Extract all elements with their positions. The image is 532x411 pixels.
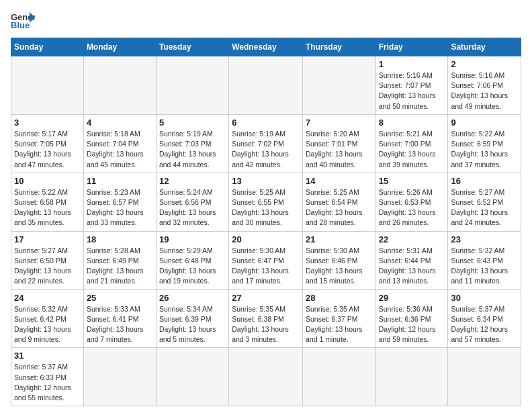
day-info: Sunrise: 5:30 AM Sunset: 6:46 PM Dayligh… <box>306 246 373 287</box>
day-number: 10 <box>14 176 81 186</box>
day-number: 4 <box>87 118 153 128</box>
day-cell: 3Sunrise: 5:17 AM Sunset: 7:05 PM Daylig… <box>11 114 84 173</box>
page-header: General Blue <box>11 11 521 30</box>
day-number: 25 <box>87 293 153 303</box>
day-cell: 20Sunrise: 5:30 AM Sunset: 6:47 PM Dayli… <box>229 231 303 289</box>
week-row-4: 17Sunrise: 5:27 AM Sunset: 6:50 PM Dayli… <box>11 231 521 289</box>
day-info: Sunrise: 5:35 AM Sunset: 6:38 PM Dayligh… <box>232 304 300 345</box>
day-info: Sunrise: 5:18 AM Sunset: 7:04 PM Dayligh… <box>87 129 153 170</box>
week-row-5: 24Sunrise: 5:32 AM Sunset: 6:42 PM Dayli… <box>11 289 521 348</box>
dow-header-monday: Monday <box>83 38 156 56</box>
day-info: Sunrise: 5:32 AM Sunset: 6:43 PM Dayligh… <box>451 246 518 287</box>
day-number: 19 <box>159 234 226 244</box>
day-number: 21 <box>306 234 373 244</box>
day-number: 24 <box>14 293 81 303</box>
day-cell: 15Sunrise: 5:26 AM Sunset: 6:53 PM Dayli… <box>375 173 448 231</box>
day-info: Sunrise: 5:26 AM Sunset: 6:53 PM Dayligh… <box>379 187 445 228</box>
day-cell: 13Sunrise: 5:25 AM Sunset: 6:55 PM Dayli… <box>229 173 303 231</box>
day-cell: 24Sunrise: 5:32 AM Sunset: 6:42 PM Dayli… <box>11 289 84 348</box>
day-info: Sunrise: 5:16 AM Sunset: 7:07 PM Dayligh… <box>379 71 445 111</box>
day-cell: 28Sunrise: 5:35 AM Sunset: 6:37 PM Dayli… <box>302 289 375 348</box>
week-row-3: 10Sunrise: 5:22 AM Sunset: 6:58 PM Dayli… <box>11 173 521 231</box>
day-info: Sunrise: 5:36 AM Sunset: 6:36 PM Dayligh… <box>379 304 445 345</box>
day-number: 30 <box>451 293 518 303</box>
day-number: 6 <box>232 118 300 128</box>
dow-header-tuesday: Tuesday <box>156 38 228 56</box>
day-info: Sunrise: 5:16 AM Sunset: 7:06 PM Dayligh… <box>451 71 518 111</box>
day-number: 9 <box>451 118 518 128</box>
calendar-body: 1Sunrise: 5:16 AM Sunset: 7:07 PM Daylig… <box>11 56 521 406</box>
day-number: 16 <box>451 176 518 186</box>
day-number: 27 <box>232 293 300 303</box>
day-cell: 1Sunrise: 5:16 AM Sunset: 7:07 PM Daylig… <box>375 56 448 115</box>
day-info: Sunrise: 5:22 AM Sunset: 6:58 PM Dayligh… <box>14 187 81 228</box>
day-info: Sunrise: 5:21 AM Sunset: 7:00 PM Dayligh… <box>379 129 445 170</box>
dow-header-sunday: Sunday <box>11 38 84 56</box>
day-cell: 17Sunrise: 5:27 AM Sunset: 6:50 PM Dayli… <box>11 231 84 289</box>
dow-header-thursday: Thursday <box>302 38 375 56</box>
day-cell: 11Sunrise: 5:23 AM Sunset: 6:57 PM Dayli… <box>83 173 156 231</box>
day-cell: 22Sunrise: 5:31 AM Sunset: 6:44 PM Dayli… <box>375 231 448 289</box>
day-cell: 31Sunrise: 5:37 AM Sunset: 6:33 PM Dayli… <box>11 348 84 406</box>
day-cell <box>156 56 228 115</box>
day-cell <box>229 348 303 406</box>
day-number: 17 <box>14 234 81 244</box>
day-cell: 10Sunrise: 5:22 AM Sunset: 6:58 PM Dayli… <box>11 173 84 231</box>
day-info: Sunrise: 5:34 AM Sunset: 6:39 PM Dayligh… <box>159 304 226 345</box>
day-cell <box>229 56 303 115</box>
day-cell <box>375 348 448 406</box>
day-cell: 9Sunrise: 5:22 AM Sunset: 6:59 PM Daylig… <box>448 114 521 173</box>
day-cell: 18Sunrise: 5:28 AM Sunset: 6:49 PM Dayli… <box>83 231 156 289</box>
day-cell: 19Sunrise: 5:29 AM Sunset: 6:48 PM Dayli… <box>156 231 228 289</box>
day-number: 26 <box>159 293 226 303</box>
logo-icon: General Blue <box>11 11 35 30</box>
day-number: 28 <box>306 293 373 303</box>
day-cell: 2Sunrise: 5:16 AM Sunset: 7:06 PM Daylig… <box>448 56 521 115</box>
day-number: 11 <box>87 176 153 186</box>
day-info: Sunrise: 5:37 AM Sunset: 6:33 PM Dayligh… <box>14 362 81 403</box>
day-cell: 29Sunrise: 5:36 AM Sunset: 6:36 PM Dayli… <box>375 289 448 348</box>
day-info: Sunrise: 5:33 AM Sunset: 6:41 PM Dayligh… <box>87 304 153 345</box>
day-cell: 12Sunrise: 5:24 AM Sunset: 6:56 PM Dayli… <box>156 173 228 231</box>
dow-header-saturday: Saturday <box>448 38 521 56</box>
day-cell <box>302 348 375 406</box>
day-number: 13 <box>232 176 300 186</box>
day-cell: 26Sunrise: 5:34 AM Sunset: 6:39 PM Dayli… <box>156 289 228 348</box>
day-cell: 7Sunrise: 5:20 AM Sunset: 7:01 PM Daylig… <box>302 114 375 173</box>
day-cell: 16Sunrise: 5:27 AM Sunset: 6:52 PM Dayli… <box>448 173 521 231</box>
day-cell: 4Sunrise: 5:18 AM Sunset: 7:04 PM Daylig… <box>83 114 156 173</box>
day-info: Sunrise: 5:24 AM Sunset: 6:56 PM Dayligh… <box>159 187 226 228</box>
day-cell <box>302 56 375 115</box>
day-cell: 23Sunrise: 5:32 AM Sunset: 6:43 PM Dayli… <box>448 231 521 289</box>
days-of-week-row: SundayMondayTuesdayWednesdayThursdayFrid… <box>11 38 521 56</box>
day-number: 23 <box>451 234 518 244</box>
day-cell <box>83 56 156 115</box>
day-number: 1 <box>379 59 445 69</box>
dow-header-wednesday: Wednesday <box>229 38 303 56</box>
day-cell: 27Sunrise: 5:35 AM Sunset: 6:38 PM Dayli… <box>229 289 303 348</box>
day-cell: 25Sunrise: 5:33 AM Sunset: 6:41 PM Dayli… <box>83 289 156 348</box>
day-number: 29 <box>379 293 445 303</box>
day-info: Sunrise: 5:27 AM Sunset: 6:52 PM Dayligh… <box>451 187 518 228</box>
week-row-2: 3Sunrise: 5:17 AM Sunset: 7:05 PM Daylig… <box>11 114 521 173</box>
day-number: 15 <box>379 176 445 186</box>
day-info: Sunrise: 5:37 AM Sunset: 6:34 PM Dayligh… <box>451 304 518 345</box>
week-row-1: 1Sunrise: 5:16 AM Sunset: 7:07 PM Daylig… <box>11 56 521 115</box>
day-number: 12 <box>159 176 226 186</box>
day-info: Sunrise: 5:19 AM Sunset: 7:03 PM Dayligh… <box>159 129 226 170</box>
day-info: Sunrise: 5:31 AM Sunset: 6:44 PM Dayligh… <box>379 246 445 287</box>
day-cell <box>156 348 228 406</box>
day-number: 22 <box>379 234 445 244</box>
day-cell <box>11 56 84 115</box>
day-cell <box>83 348 156 406</box>
day-cell: 5Sunrise: 5:19 AM Sunset: 7:03 PM Daylig… <box>156 114 228 173</box>
day-number: 14 <box>306 176 373 186</box>
day-info: Sunrise: 5:29 AM Sunset: 6:48 PM Dayligh… <box>159 246 226 287</box>
week-row-6: 31Sunrise: 5:37 AM Sunset: 6:33 PM Dayli… <box>11 348 521 406</box>
day-info: Sunrise: 5:20 AM Sunset: 7:01 PM Dayligh… <box>306 129 373 170</box>
day-number: 20 <box>232 234 300 244</box>
day-info: Sunrise: 5:30 AM Sunset: 6:47 PM Dayligh… <box>232 246 300 287</box>
day-info: Sunrise: 5:19 AM Sunset: 7:02 PM Dayligh… <box>232 129 300 170</box>
day-number: 18 <box>87 234 153 244</box>
day-info: Sunrise: 5:25 AM Sunset: 6:55 PM Dayligh… <box>232 187 300 228</box>
